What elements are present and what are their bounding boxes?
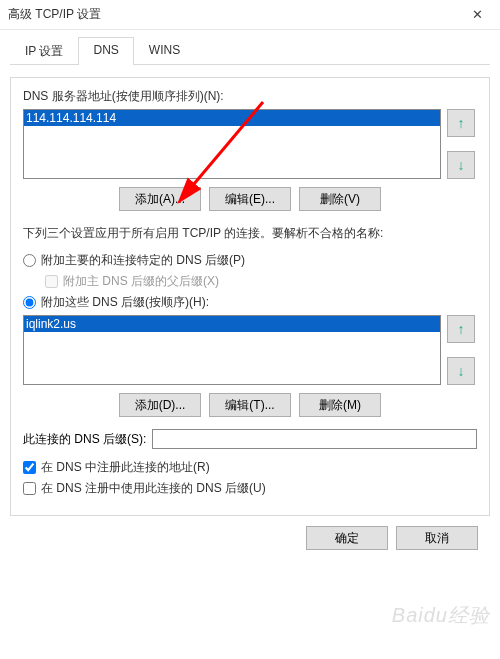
check-use-suffix-input[interactable] (23, 482, 36, 495)
tab-wins-label: WINS (149, 43, 180, 57)
radio-primary-label: 附加主要的和连接特定的 DNS 后缀(P) (41, 252, 245, 269)
dns-servers-row: 114.114.114.114 ↑ ↓ (23, 109, 477, 179)
ok-button[interactable]: 确定 (306, 526, 388, 550)
dialog-footer: 确定 取消 (10, 516, 490, 550)
radio-these-suffixes[interactable]: 附加这些 DNS 后缀(按顺序)(H): (23, 294, 477, 311)
arrow-down-icon: ↓ (458, 363, 465, 379)
tab-dns[interactable]: DNS (78, 37, 133, 65)
radio-primary-suffix[interactable]: 附加主要的和连接特定的 DNS 后缀(P) (23, 252, 477, 269)
dns-servers-buttons: 添加(A)... 编辑(E)... 删除(V) (23, 187, 477, 211)
suffixes-move-up[interactable]: ↑ (447, 315, 475, 343)
watermark: Baidu经验 (392, 602, 490, 629)
check-parent-input (45, 275, 58, 288)
suffixes-buttons: 添加(D)... 编辑(T)... 删除(M) (23, 393, 477, 417)
connection-suffix-input[interactable] (152, 429, 477, 449)
dns-servers-listbox[interactable]: 114.114.114.114 (23, 109, 441, 179)
connection-suffix-row: 此连接的 DNS 后缀(S): (23, 429, 477, 449)
suffixes-listbox[interactable]: iqlink2.us (23, 315, 441, 385)
check-use-suffix[interactable]: 在 DNS 注册中使用此连接的 DNS 后缀(U) (23, 480, 477, 497)
tab-wins[interactable]: WINS (134, 37, 195, 65)
close-button[interactable]: ✕ (455, 0, 500, 30)
dns-add-button[interactable]: 添加(A)... (119, 187, 201, 211)
check-register-label: 在 DNS 中注册此连接的地址(R) (41, 459, 210, 476)
titlebar: 高级 TCP/IP 设置 ✕ (0, 0, 500, 30)
dns-servers-label: DNS 服务器地址(按使用顺序排列)(N): (23, 88, 477, 105)
tab-dns-label: DNS (93, 43, 118, 57)
dns-edit-button[interactable]: 编辑(E)... (209, 187, 291, 211)
check-register-input[interactable] (23, 461, 36, 474)
tab-ip-settings[interactable]: IP 设置 (10, 37, 78, 65)
dns-servers-move-down[interactable]: ↓ (447, 151, 475, 179)
dns-panel: DNS 服务器地址(按使用顺序排列)(N): 114.114.114.114 ↑… (10, 77, 490, 516)
cancel-button[interactable]: 取消 (396, 526, 478, 550)
list-item[interactable]: 114.114.114.114 (24, 110, 440, 126)
dns-servers-move-up[interactable]: ↑ (447, 109, 475, 137)
check-use-suffix-label: 在 DNS 注册中使用此连接的 DNS 后缀(U) (41, 480, 266, 497)
connection-suffix-label: 此连接的 DNS 后缀(S): (23, 431, 146, 448)
suffixes-row: iqlink2.us ↑ ↓ (23, 315, 477, 385)
tab-ip-label: IP 设置 (25, 44, 63, 58)
radio-primary-input[interactable] (23, 254, 36, 267)
arrow-up-icon: ↑ (458, 115, 465, 131)
suffix-remove-button[interactable]: 删除(M) (299, 393, 381, 417)
suffixes-reorder: ↑ ↓ (447, 315, 477, 385)
dns-servers-reorder: ↑ ↓ (447, 109, 477, 179)
check-parent-suffix: 附加主 DNS 后缀的父后缀(X) (45, 273, 477, 290)
content-area: IP 设置 DNS WINS DNS 服务器地址(按使用顺序排列)(N): 11… (0, 30, 500, 560)
arrow-down-icon: ↓ (458, 157, 465, 173)
radio-these-label: 附加这些 DNS 后缀(按顺序)(H): (41, 294, 209, 311)
suffix-add-button[interactable]: 添加(D)... (119, 393, 201, 417)
list-item[interactable]: iqlink2.us (24, 316, 440, 332)
check-register-address[interactable]: 在 DNS 中注册此连接的地址(R) (23, 459, 477, 476)
close-icon: ✕ (472, 7, 483, 22)
arrow-up-icon: ↑ (458, 321, 465, 337)
check-parent-label: 附加主 DNS 后缀的父后缀(X) (63, 273, 219, 290)
window-title: 高级 TCP/IP 设置 (8, 6, 101, 23)
tab-strip: IP 设置 DNS WINS (10, 36, 490, 65)
suffix-edit-button[interactable]: 编辑(T)... (209, 393, 291, 417)
suffixes-move-down[interactable]: ↓ (447, 357, 475, 385)
section-note: 下列三个设置应用于所有启用 TCP/IP 的连接。要解析不合格的名称: (23, 225, 477, 242)
radio-these-input[interactable] (23, 296, 36, 309)
dns-remove-button[interactable]: 删除(V) (299, 187, 381, 211)
